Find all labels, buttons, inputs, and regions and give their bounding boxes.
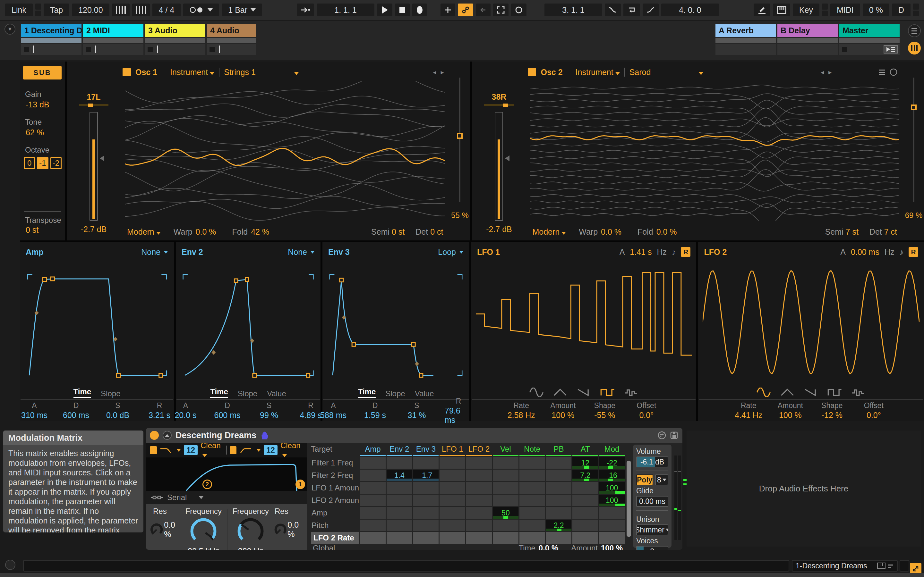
- matrix-cell[interactable]: [413, 495, 439, 506]
- matrix-cell[interactable]: [413, 520, 439, 531]
- poly-mode-button[interactable]: Poly: [636, 474, 653, 485]
- matrix-cell[interactable]: [387, 507, 412, 519]
- quantize-menu[interactable]: 1 Bar: [222, 3, 262, 16]
- loop-length-field[interactable]: 4. 0. 0: [661, 3, 719, 16]
- matrix-cell[interactable]: [493, 520, 519, 531]
- matrix-cell[interactable]: [439, 482, 465, 494]
- clip-slot-strip[interactable]: [207, 38, 256, 43]
- param-value[interactable]: 0.0°: [639, 411, 654, 420]
- prev-preset-button[interactable]: ◂: [433, 68, 436, 76]
- save-preset-icon[interactable]: [670, 431, 678, 440]
- clip-slot[interactable]: [207, 44, 256, 55]
- param-value[interactable]: 0.0°: [867, 411, 881, 420]
- matrix-cell[interactable]: 50: [493, 507, 519, 519]
- global-time-value[interactable]: 0.0 %: [539, 544, 558, 550]
- matrix-cell[interactable]: 100: [599, 495, 625, 506]
- param-value[interactable]: 20.0 s: [174, 411, 196, 420]
- osc2-preset-menu[interactable]: Sarod: [630, 68, 704, 77]
- note-sync-icon[interactable]: ♪: [900, 247, 904, 257]
- osc1-enable-checkbox[interactable]: [123, 68, 131, 76]
- freq1-knob[interactable]: [188, 516, 219, 546]
- global-amount-value[interactable]: 100 %: [601, 544, 623, 550]
- clip-slot[interactable]: [839, 44, 900, 55]
- freq1-value[interactable]: 20.5 kHz: [188, 546, 220, 550]
- param-value[interactable]: 310 ms: [21, 411, 47, 420]
- tab-value[interactable]: Value: [267, 389, 286, 398]
- osc2-warp-value[interactable]: 0.0 %: [601, 227, 622, 237]
- matrix-cell[interactable]: [599, 520, 625, 531]
- filter2-mode-menu[interactable]: Clean: [280, 441, 303, 459]
- punch-in-button[interactable]: [605, 3, 621, 16]
- param-value[interactable]: 31 %: [408, 411, 426, 420]
- matrix-cell[interactable]: [493, 482, 519, 494]
- res1-value[interactable]: 0.0 %: [164, 520, 181, 539]
- midi-map-button[interactable]: MIDI: [830, 3, 860, 16]
- gain-value[interactable]: -13 dB: [26, 100, 61, 109]
- filter2-enable-checkbox[interactable]: [230, 446, 237, 454]
- matrix-cell[interactable]: [360, 470, 386, 481]
- param-value[interactable]: -12 %: [822, 411, 843, 420]
- audio-effects-drop-zone[interactable]: Drop Audio Effects Here: [687, 430, 921, 546]
- wave-saw-icon[interactable]: [577, 388, 591, 397]
- param-value[interactable]: 600 ms: [214, 411, 241, 420]
- matrix-cell[interactable]: [546, 532, 572, 544]
- tab-time[interactable]: Time: [358, 387, 376, 398]
- wave-square-icon[interactable]: [600, 388, 615, 397]
- clip-slot-strip[interactable]: [716, 38, 776, 43]
- matrix-cell[interactable]: [546, 495, 572, 506]
- osc2-semi-value[interactable]: 7 st: [846, 227, 859, 236]
- matrix-cell[interactable]: [519, 520, 545, 531]
- routing-menu[interactable]: Serial: [167, 493, 187, 502]
- clip-stop-button[interactable]: [86, 47, 91, 52]
- matrix-column-env3[interactable]: Env 3: [413, 445, 439, 456]
- matrix-column-note[interactable]: Note: [519, 445, 545, 456]
- matrix-column-pb[interactable]: PB: [546, 445, 572, 456]
- sub-button[interactable]: SUB: [23, 66, 61, 79]
- res1-knob[interactable]: [149, 521, 164, 538]
- matrix-column-lfo1[interactable]: LFO 1: [439, 445, 465, 456]
- filter2-slope[interactable]: 12: [264, 445, 278, 455]
- poly-voices-menu[interactable]: 8: [655, 474, 668, 485]
- matrix-target[interactable]: Filter 1 Freq: [311, 457, 359, 469]
- next-preset-button[interactable]: ▸: [829, 68, 832, 76]
- track-title[interactable]: 2 MIDI: [83, 24, 144, 37]
- help-toggle-icon[interactable]: ▼: [5, 24, 15, 35]
- clip-slot[interactable]: [21, 44, 81, 55]
- matrix-cell[interactable]: [439, 532, 465, 544]
- info-line-field[interactable]: [23, 560, 789, 572]
- osc2-macro-slider[interactable]: [911, 105, 917, 110]
- matrix-cell[interactable]: [493, 457, 519, 469]
- param-value[interactable]: 99 %: [260, 411, 278, 420]
- osc2-det-value[interactable]: 7 ct: [884, 227, 897, 236]
- matrix-cell[interactable]: 12: [572, 457, 598, 469]
- prev-preset-button[interactable]: ◂: [821, 68, 824, 76]
- osc2-mode-menu[interactable]: Modern: [532, 227, 566, 237]
- filter-response-display[interactable]: 2 1: [146, 458, 307, 491]
- list-view-icon[interactable]: [879, 69, 885, 75]
- volume-field[interactable]: -6.1 dB: [636, 456, 668, 467]
- matrix-cell[interactable]: [413, 457, 439, 469]
- lfo2-retrigger-button[interactable]: R: [909, 247, 918, 257]
- link-button[interactable]: Link: [5, 3, 33, 16]
- matrix-column-lfo2[interactable]: LFO 2: [466, 445, 492, 456]
- matrix-cell[interactable]: [519, 507, 545, 519]
- osc1-det-value[interactable]: 0 ct: [430, 227, 443, 236]
- amp-env-graph[interactable]: [23, 260, 171, 384]
- wave-random-icon[interactable]: [851, 388, 866, 397]
- osc1-pan-value[interactable]: 17L: [87, 92, 100, 102]
- next-preset-button[interactable]: ▸: [441, 68, 444, 76]
- matrix-cell[interactable]: [493, 495, 519, 506]
- matrix-cell[interactable]: [572, 507, 598, 519]
- arrangement-position-field[interactable]: 1. 1. 1: [317, 3, 375, 16]
- param-value[interactable]: 4.89 s: [300, 411, 321, 420]
- osc2-volume-value[interactable]: -2.7 dB: [486, 225, 512, 234]
- osc1-fold-value[interactable]: 42 %: [251, 227, 269, 237]
- matrix-target[interactable]: Pitch: [311, 520, 359, 531]
- loop-start-field[interactable]: 3. 1. 1: [544, 3, 602, 16]
- return-title[interactable]: A Reverb: [716, 24, 776, 37]
- lfo2-attack-value[interactable]: 0.00 ms: [851, 247, 879, 257]
- freq2-value[interactable]: 280 Hz: [238, 546, 263, 550]
- time-signature-field[interactable]: 4 / 4: [152, 3, 181, 16]
- automation-arm-button[interactable]: [458, 3, 473, 16]
- matrix-cell[interactable]: [439, 495, 465, 506]
